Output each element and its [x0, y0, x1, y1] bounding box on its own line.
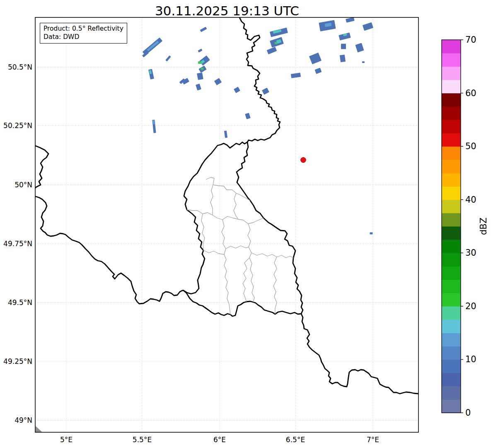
colorbar-segment [442, 240, 461, 253]
colorbar-segment [442, 253, 461, 266]
france-belgium-border-south [36, 196, 184, 304]
colorbar-segment [442, 133, 461, 147]
x-axis-tick-label: 6°E [213, 436, 226, 444]
canton-border [234, 193, 238, 219]
product-info-line1: Product: 0.5° Reflectivity [44, 24, 123, 33]
france-belgium-border-north [36, 146, 48, 188]
colorbar-segment [442, 93, 461, 107]
colorbar-segment [442, 146, 461, 160]
colorbar-tick-label: 70 [465, 35, 476, 45]
axis-tick-labels: 5°E5.5°E6°E6.5°E7°E50.5°N50.25°N50°N49.7… [3, 63, 379, 444]
radar-echo [245, 113, 251, 119]
colorbar-tick-label: 10 [465, 354, 476, 364]
radar-echo [346, 17, 355, 23]
y-axis-tick-label: 50°N [15, 181, 32, 189]
canton-border [251, 253, 293, 258]
canton-border [210, 185, 213, 215]
radar-echo [262, 87, 269, 94]
colorbar-tick-label: 30 [465, 248, 476, 258]
radar-echo [224, 131, 227, 138]
colorbar-segment [442, 333, 461, 346]
y-axis-tick-label: 49.5°N [8, 298, 32, 307]
colorbar-tick-label: 60 [465, 88, 476, 98]
y-axis-tick-label: 49.75°N [3, 240, 32, 248]
colorbar-tick-label: 50 [465, 141, 476, 151]
canton-border [248, 224, 254, 302]
product-info-box: Product: 0.5° Reflectivity Data: DWD [40, 23, 127, 44]
colorbar-segment [442, 226, 461, 240]
radar-echo [355, 43, 364, 52]
colorbar-tick-label: 40 [465, 195, 476, 205]
radar-map-window: 30.11.2025 19:13 UTC Product: 0.5° Refle… [0, 0, 498, 448]
country-borders [36, 17, 418, 432]
france-germany-border [301, 314, 418, 394]
radar-echo [309, 53, 322, 64]
canton-borders [187, 177, 293, 315]
colorbar-segment [442, 320, 461, 333]
colorbar-segment [442, 53, 461, 67]
coastline-corner-shape [36, 426, 42, 432]
canton-border [243, 258, 249, 302]
radar-echo [182, 78, 189, 85]
colorbar-segment [442, 120, 461, 133]
luxembourg-border [184, 142, 303, 316]
radar-echo [197, 73, 203, 80]
radar-echo [291, 73, 301, 78]
radar-echo [338, 32, 351, 40]
colorbar-tick-label: 20 [465, 301, 476, 311]
y-axis-tick-label: 50.25°N [3, 121, 32, 130]
x-axis-tick-label: 6.5°E [286, 436, 305, 444]
canton-border [222, 220, 230, 315]
radar-echo [341, 44, 346, 49]
colorbar-segment [442, 66, 461, 80]
colorbar-segment [442, 346, 461, 360]
radar-echo [198, 61, 201, 64]
colorbar-segment [442, 359, 461, 373]
canton-border [203, 250, 224, 254]
canton-border [226, 246, 249, 249]
x-axis-tick-label: 5.5°E [133, 436, 152, 444]
radar-echo [267, 47, 277, 54]
radar-echo [196, 84, 201, 90]
radar-echo [199, 56, 210, 66]
canton-border [187, 210, 264, 224]
colorbar-segment [442, 280, 461, 293]
radar-echo [200, 27, 207, 32]
radar-site-layer [301, 157, 306, 163]
colorbar: 010203040506070dBZ [442, 35, 488, 418]
radar-echo [362, 61, 365, 63]
colorbar-segment [442, 386, 461, 400]
colorbar-segment [442, 200, 461, 213]
radar-site-marker [301, 157, 306, 163]
colorbar-segment [442, 186, 461, 200]
radar-echo [214, 78, 222, 85]
y-axis-tick-label: 49°N [15, 416, 32, 424]
x-axis-tick-label: 5°E [60, 436, 73, 444]
radar-echo [234, 87, 240, 93]
colorbar-segment [442, 293, 461, 307]
canton-border [273, 257, 277, 314]
radar-echo [275, 42, 277, 44]
colorbar-segment [442, 213, 461, 227]
product-info-line2: Data: DWD [44, 33, 123, 41]
y-axis-tick-label: 49.25°N [3, 357, 32, 366]
x-axis-tick-label: 7°E [367, 436, 379, 444]
colorbar-tick-label: 0 [465, 408, 471, 418]
colorbar-segment [442, 173, 461, 186]
radar-map-plot: 5°E5.5°E6°E6.5°E7°E50.5°N50.25°N50°N49.7… [0, 0, 498, 448]
colorbar-segment [442, 80, 461, 93]
radar-echo [370, 232, 373, 235]
radar-echo [363, 22, 373, 31]
colorbar-segment [442, 107, 461, 120]
y-axis-tick-label: 50.5°N [8, 63, 32, 71]
radar-echo [147, 41, 159, 51]
colorbar-segment [442, 266, 461, 280]
colorbar-unit-label: dBZ [479, 218, 488, 235]
canton-border [201, 214, 205, 250]
colorbar-segment [442, 373, 461, 387]
colorbar-segment [442, 306, 461, 320]
colorbar-segment [442, 400, 461, 413]
colorbar-segment [442, 40, 461, 53]
radar-echo [315, 68, 322, 74]
radar-echo [201, 68, 204, 70]
